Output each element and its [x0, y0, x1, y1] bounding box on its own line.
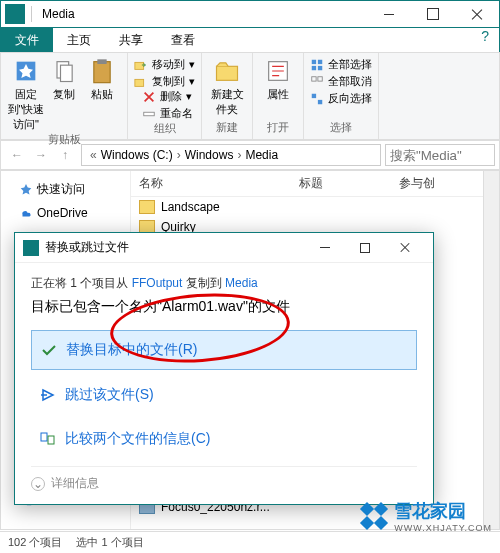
- svg-rect-13: [318, 65, 322, 69]
- info-text: 正在将 1 个项目从: [31, 276, 132, 290]
- conflict-filename: Alarm01.wav: [162, 298, 243, 314]
- svg-rect-11: [318, 59, 322, 63]
- option-label: 比较两个文件的信息(C): [65, 430, 210, 448]
- properties-button[interactable]: 属性: [259, 57, 297, 102]
- watermark-url: WWW.XHJATY.COM: [394, 523, 492, 533]
- col-name[interactable]: 名称: [131, 171, 291, 196]
- newfolder-button[interactable]: 新建文件夹: [208, 57, 246, 117]
- nav-quickaccess[interactable]: 快速访问: [1, 177, 130, 202]
- nav-onedrive[interactable]: OneDrive: [1, 202, 130, 224]
- divider: [31, 6, 32, 22]
- address-bar[interactable]: « Windows (C:)› Windows› Media: [81, 144, 381, 166]
- dialog-minimize-button[interactable]: [305, 234, 345, 262]
- app-icon: [5, 4, 25, 24]
- option-compare[interactable]: 比较两个文件的信息(C): [31, 420, 417, 458]
- list-item[interactable]: Landscape: [131, 197, 499, 217]
- status-count: 102 个项目: [8, 535, 62, 550]
- maximize-button[interactable]: [411, 0, 455, 28]
- tab-share[interactable]: 共享: [105, 28, 157, 52]
- dialog-info: 正在将 1 个项目从 FFOutput 复制到 Media: [31, 275, 417, 292]
- breadcrumb[interactable]: Media: [245, 148, 278, 162]
- svg-rect-2: [61, 65, 73, 81]
- copy-icon: [50, 57, 78, 85]
- column-headers: 名称 标题 参与创: [131, 171, 499, 197]
- selectnone-label: 全部取消: [328, 74, 372, 89]
- tab-view[interactable]: 查看: [157, 28, 209, 52]
- star-icon: [19, 183, 33, 197]
- svg-rect-7: [144, 112, 155, 116]
- dialog-close-button[interactable]: [385, 234, 425, 262]
- dialog-title: 替换或跳过文件: [45, 239, 305, 256]
- window-titlebar: Media: [0, 0, 500, 28]
- copyto-label: 复制到: [152, 74, 185, 89]
- ribbon-group-new: 新建文件夹 新建: [202, 53, 253, 139]
- organize-group-label: 组织: [154, 121, 176, 136]
- properties-label: 属性: [267, 87, 289, 102]
- paste-button[interactable]: 粘贴: [83, 57, 121, 132]
- skip-icon: [39, 386, 57, 404]
- nav-forward-button[interactable]: →: [29, 143, 53, 167]
- folder-icon: [139, 200, 155, 214]
- source-link[interactable]: FFOutput: [132, 276, 183, 290]
- details-toggle[interactable]: ⌄ 详细信息: [31, 466, 417, 492]
- msg-text: "的文件: [243, 298, 290, 314]
- scrollbar[interactable]: [483, 171, 499, 529]
- svg-rect-3: [94, 62, 110, 83]
- breadcrumb[interactable]: Windows (C:): [101, 148, 173, 162]
- tab-home[interactable]: 主页: [53, 28, 105, 52]
- delete-button[interactable]: 删除 ▾: [142, 89, 193, 104]
- ribbon-group-open: 属性 打开: [253, 53, 304, 139]
- ribbon-group-select: 全部选择 全部取消 反向选择 选择: [304, 53, 379, 139]
- option-label: 跳过该文件(S): [65, 386, 154, 404]
- moveto-button[interactable]: 移动到 ▾: [134, 57, 195, 72]
- newfolder-label: 新建文件夹: [208, 87, 246, 117]
- svg-rect-6: [135, 79, 144, 86]
- pin-icon: [12, 57, 40, 85]
- svg-rect-10: [312, 59, 316, 63]
- copyto-button[interactable]: 复制到 ▾: [134, 74, 195, 89]
- nav-back-button[interactable]: ←: [5, 143, 29, 167]
- watermark: 雪花家园 WWW.XHJATY.COM: [358, 499, 492, 533]
- paste-label: 粘贴: [91, 87, 113, 102]
- address-bar-row: ← → ↑ « Windows (C:)› Windows› Media: [0, 140, 500, 170]
- open-group-label: 打开: [267, 120, 289, 135]
- info-text: 复制到: [182, 276, 225, 290]
- invert-button[interactable]: 反向选择: [310, 91, 372, 106]
- nav-up-button[interactable]: ↑: [53, 143, 77, 167]
- selectnone-button[interactable]: 全部取消: [310, 74, 372, 89]
- svg-rect-5: [135, 62, 144, 69]
- paste-icon: [88, 57, 116, 85]
- msg-text: 目标已包含一个名为": [31, 298, 162, 314]
- dialog-message: 目标已包含一个名为"Alarm01.wav"的文件: [31, 298, 417, 316]
- details-label: 详细信息: [51, 475, 99, 492]
- svg-rect-14: [312, 76, 316, 80]
- tab-file[interactable]: 文件: [1, 28, 53, 52]
- ribbon-group-organize: 移动到 ▾ 复制到 ▾ 删除 ▾ 重命名 组织: [128, 53, 202, 139]
- svg-rect-22: [41, 433, 47, 441]
- selectall-button[interactable]: 全部选择: [310, 57, 372, 72]
- option-skip[interactable]: 跳过该文件(S): [31, 376, 417, 414]
- copy-button[interactable]: 复制: [45, 57, 83, 132]
- copy-label: 复制: [53, 87, 75, 102]
- col-title[interactable]: 标题: [291, 171, 391, 196]
- close-button[interactable]: [455, 0, 499, 28]
- new-group-label: 新建: [216, 120, 238, 135]
- rename-button[interactable]: 重命名: [142, 106, 193, 121]
- dialog-maximize-button[interactable]: [345, 234, 385, 262]
- option-label: 替换目标中的文件(R): [66, 341, 197, 359]
- dest-link[interactable]: Media: [225, 276, 258, 290]
- search-input[interactable]: [385, 144, 495, 166]
- dialog-icon: [23, 240, 39, 256]
- rename-label: 重命名: [160, 106, 193, 121]
- help-icon[interactable]: ?: [471, 28, 499, 52]
- status-selected: 选中 1 个项目: [76, 535, 143, 550]
- option-replace[interactable]: 替换目标中的文件(R): [31, 330, 417, 370]
- moveto-icon: [134, 58, 148, 72]
- pin-quickaccess-button[interactable]: 固定到"快速访问": [7, 57, 45, 132]
- rename-icon: [142, 107, 156, 121]
- breadcrumb[interactable]: Windows: [185, 148, 234, 162]
- ribbon-group-clipboard: 固定到"快速访问" 复制 粘贴 剪贴板: [1, 53, 128, 139]
- minimize-button[interactable]: [367, 0, 411, 28]
- watermark-name: 雪花家园: [394, 501, 466, 521]
- invert-icon: [310, 92, 324, 106]
